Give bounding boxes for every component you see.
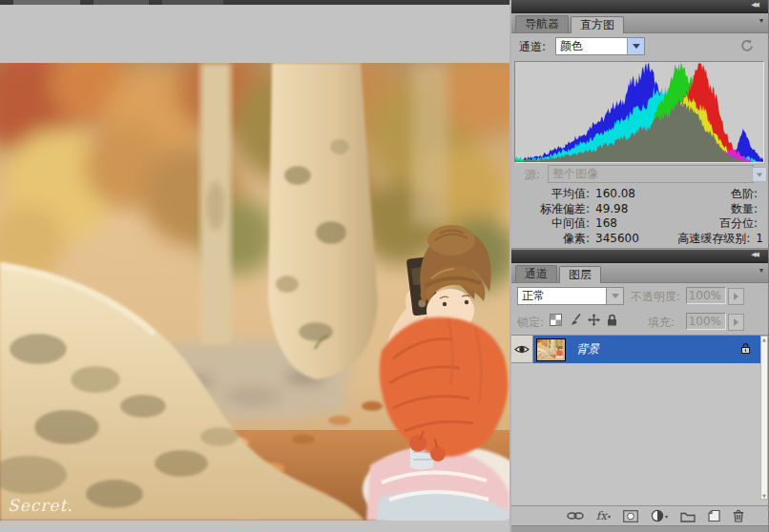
adjustment-layer-icon — [651, 509, 664, 522]
tab-navigator[interactable]: 导航器 — [515, 15, 569, 32]
stat-level: 色阶: — [662, 187, 763, 202]
folder-icon — [680, 510, 696, 522]
eye-icon — [514, 344, 530, 355]
opacity-label: 不透明度: — [631, 289, 680, 305]
fill-slider-button[interactable] — [728, 314, 744, 331]
stat-percentile: 百分位: — [662, 216, 763, 232]
channel-label: 通道: — [519, 40, 546, 53]
lock-transparency-icon[interactable] — [550, 314, 562, 326]
fill-label: 填充: — [648, 315, 675, 331]
tab-layers[interactable]: 图层 — [559, 266, 601, 283]
new-layer-button[interactable] — [708, 509, 720, 522]
layer-name: 背景 — [576, 341, 599, 358]
blend-mode-select[interactable]: 正常 — [517, 287, 624, 305]
layers-panel-group: ◀◀ 通道 图层 ▾ 正常 不透明度: 100% 锁定: — [511, 250, 769, 532]
refresh-histogram-button[interactable] — [739, 39, 754, 56]
layer-mask-icon — [623, 510, 638, 522]
stat-mean: 平均值:160.08 — [511, 187, 662, 202]
stat-median: 中间值:168 — [511, 216, 662, 232]
watermark: Secret. — [8, 496, 73, 515]
new-group-button[interactable] — [680, 510, 696, 522]
source-select[interactable]: 整个图像 — [548, 165, 754, 183]
layer-style-button[interactable]: fx▾ — [596, 509, 611, 522]
link-layers-button[interactable] — [567, 511, 584, 521]
chevron-down-icon[interactable] — [606, 288, 623, 304]
tab-channels[interactable]: 通道 — [515, 265, 557, 282]
layer-locked-badge — [741, 343, 750, 357]
panel-bottom-strip — [511, 525, 769, 532]
new-adjustment-layer-button[interactable]: ▾ — [651, 509, 668, 522]
panel-title-bar: ◀◀ — [511, 0, 769, 13]
histogram-tab-bar: 导航器 直方图 ▾ — [511, 13, 769, 33]
new-layer-icon — [708, 509, 720, 522]
collapse-to-icons-button[interactable]: ◀◀ — [751, 251, 758, 258]
layer-thumbnail[interactable] — [536, 338, 566, 361]
refresh-icon — [739, 39, 754, 53]
panel-title-bar: ◀◀ — [511, 250, 769, 263]
panel-menu-icon[interactable]: ▾ — [759, 266, 763, 275]
fx-icon: fx — [596, 509, 607, 522]
layer-visibility-toggle[interactable] — [511, 336, 533, 363]
stat-count: 数量: — [662, 202, 763, 217]
tab-histogram[interactable]: 直方图 — [571, 16, 624, 33]
source-label: 源: — [525, 168, 540, 181]
channel-select[interactable]: 颜色 — [555, 37, 645, 55]
stat-pixels: 像素:345600 — [511, 232, 662, 247]
panel-dock: ◀◀ 导航器 直方图 ▾ 通道: 颜色 — [511, 0, 769, 532]
stat-cache-level: 高速缓存级别:1 — [662, 232, 763, 247]
opacity-slider-button[interactable] — [728, 288, 744, 305]
delete-layer-button[interactable] — [733, 509, 744, 522]
collapse-to-icons-button[interactable]: ◀◀ — [751, 1, 758, 9]
photo-canvas[interactable]: Secret. — [0, 63, 509, 521]
lock-pixels-icon[interactable] — [569, 314, 581, 326]
trash-icon — [733, 509, 744, 522]
lock-label: 锁定: — [517, 315, 544, 331]
histogram-panel-group: ◀◀ 导航器 直方图 ▾ 通道: 颜色 — [511, 0, 769, 253]
opacity-value[interactable]: 100% — [686, 287, 726, 304]
blend-mode-value: 正常 — [518, 288, 606, 304]
document-tab-strip — [0, 0, 509, 5]
fill-value[interactable]: 100% — [686, 313, 726, 330]
layer-list: 背景 ▲▼ — [511, 336, 769, 505]
channel-value: 颜色 — [556, 38, 627, 54]
add-layer-mask-button[interactable] — [623, 510, 638, 522]
layers-tab-bar: 通道 图层 ▾ — [511, 263, 769, 283]
histogram-plot[interactable] — [514, 61, 764, 163]
link-icon — [567, 511, 584, 521]
chevron-down-icon[interactable] — [752, 167, 767, 182]
padlock-icon — [741, 343, 750, 354]
lock-all-icon[interactable] — [607, 314, 617, 326]
layer-list-scrollbar[interactable]: ▲▼ — [760, 336, 768, 500]
histogram-stats: 平均值:160.08 标准偏差:49.98 中间值:168 像素:345600 … — [511, 187, 763, 246]
lock-position-icon[interactable] — [588, 314, 600, 326]
layers-bottom-bar: fx▾ ▾ — [511, 505, 769, 525]
stat-std-dev: 标准偏差:49.98 — [511, 202, 662, 217]
document-area: Secret. — [0, 0, 509, 532]
panel-menu-icon[interactable]: ▾ — [759, 16, 763, 25]
layer-row-background[interactable]: 背景 — [511, 336, 760, 363]
source-value: 整个图像 — [549, 166, 753, 182]
chevron-down-icon[interactable] — [627, 38, 644, 54]
photo-illustration — [0, 63, 509, 521]
